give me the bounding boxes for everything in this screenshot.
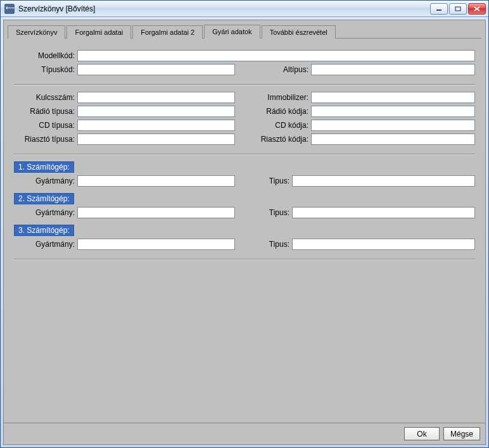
label-altipus: Altípus:	[254, 65, 311, 74]
input-c3-tipus[interactable]	[292, 239, 475, 250]
close-button[interactable]	[468, 3, 486, 15]
tabstrip: Szervízkönyv Forgalmi adatai Forgalmi ad…	[4, 20, 485, 38]
app-window: Szervízkönyv [Bővítés] Szervízkönyv Forg…	[0, 0, 489, 448]
label-modelkod: Modellkód:	[14, 51, 77, 60]
input-cd-tipusa[interactable]	[77, 120, 235, 131]
input-immobilizer[interactable]	[311, 92, 475, 103]
label-riaszto-kodja: Riasztó kódja:	[254, 135, 311, 144]
label-immobilizer: Immobilizer:	[254, 93, 311, 102]
input-c2-gyartmany[interactable]	[77, 207, 235, 218]
app-icon	[4, 4, 15, 14]
titlebar: Szervízkönyv [Bővítés]	[1, 1, 488, 17]
label-kulcsszam: Kulcsszám:	[14, 93, 77, 102]
input-c1-tipus[interactable]	[292, 175, 475, 187]
input-modelkod[interactable]	[77, 50, 475, 61]
group-header-computer-1: 1. Számítógép:	[14, 161, 74, 173]
input-riaszto-tipusa[interactable]	[77, 134, 235, 145]
minimize-icon	[436, 6, 442, 11]
label-c1-tipus: Tipus:	[254, 177, 292, 185]
group-header-computer-3: 3. Számítógép:	[14, 225, 74, 236]
input-tipuskod[interactable]	[77, 64, 235, 75]
input-c3-gyartmany[interactable]	[77, 239, 235, 250]
label-c2-tipus: Tipus:	[254, 208, 292, 217]
label-c3-tipus: Tipus:	[254, 240, 292, 249]
input-riaszto-kodja[interactable]	[311, 134, 475, 145]
tab-gyari-adatok[interactable]: Gyári adatok	[204, 25, 260, 39]
tab-forgalmi-adatai-2[interactable]: Forgalmi adatai 2	[132, 25, 203, 39]
minimize-button[interactable]	[430, 3, 448, 15]
input-cd-kodja[interactable]	[311, 120, 475, 131]
ok-button[interactable]: Ok	[404, 427, 440, 440]
maximize-button[interactable]	[449, 3, 467, 15]
input-c2-tipus[interactable]	[292, 207, 475, 218]
tab-tovabbi-eszrevetel[interactable]: További észrevétel	[262, 25, 336, 39]
label-radio-kodja: Rádió kódja:	[254, 107, 311, 116]
svg-rect-1	[455, 7, 460, 11]
label-c2-gyartmany: Gyártmány:	[14, 208, 77, 217]
label-c1-gyartmany: Gyártmány:	[14, 177, 77, 185]
input-altipus[interactable]	[311, 64, 475, 75]
input-radio-kodja[interactable]	[311, 106, 475, 117]
group-header-computer-2: 2. Számítógép:	[14, 193, 74, 204]
separator	[14, 84, 475, 85]
client-area: Szervízkönyv Forgalmi adatai Forgalmi ad…	[3, 20, 486, 445]
dialog-footer: Ok Mégse	[4, 423, 485, 444]
tab-szervizkonyv[interactable]: Szervízkönyv	[8, 25, 65, 39]
label-tipuskod: Típuskód:	[14, 65, 77, 74]
maximize-icon	[455, 6, 461, 11]
label-cd-tipusa: CD típusa:	[14, 121, 77, 130]
label-cd-kodja: CD kódja:	[254, 121, 311, 130]
close-icon	[474, 6, 480, 11]
cancel-button[interactable]: Mégse	[443, 427, 480, 440]
label-c3-gyartmany: Gyártmány:	[14, 240, 77, 249]
tab-forgalmi-adatai[interactable]: Forgalmi adatai	[67, 25, 131, 39]
window-title: Szervízkönyv [Bővítés]	[18, 4, 430, 13]
input-radio-tipusa[interactable]	[77, 106, 235, 117]
label-riaszto-tipusa: Riasztó típusa:	[14, 135, 77, 144]
input-kulcsszam[interactable]	[77, 92, 235, 103]
tab-panel-gyari-adatok: Modellkód: Típuskód: Altípus: Kulcsszám:	[8, 38, 481, 423]
separator	[14, 154, 475, 155]
input-c1-gyartmany[interactable]	[77, 175, 235, 187]
label-radio-tipusa: Rádió típusa:	[14, 107, 77, 116]
separator	[14, 259, 475, 260]
